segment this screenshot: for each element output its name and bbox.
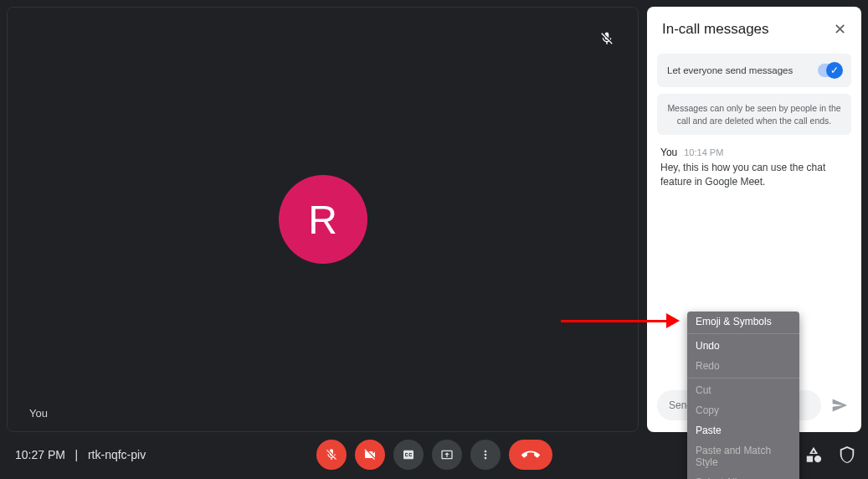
context-menu-item[interactable]: Emoji & Symbols xyxy=(687,312,799,332)
chat-send-toggle-row: Let everyone send messages ✓ xyxy=(657,54,851,87)
chat-toggle-switch[interactable]: ✓ xyxy=(818,64,841,77)
participant-avatar: R xyxy=(279,175,367,264)
main-video-area: R You xyxy=(7,7,639,432)
camera-button[interactable] xyxy=(355,440,385,470)
check-icon: ✓ xyxy=(826,62,843,79)
right-action-icons xyxy=(804,446,856,464)
context-menu-separator xyxy=(687,378,799,379)
captions-button[interactable] xyxy=(393,440,424,470)
context-menu-item: Cut xyxy=(687,380,799,400)
context-menu-item: Select All xyxy=(687,472,799,479)
chat-message-header: You 10:14 PM xyxy=(660,147,848,158)
more-options-button[interactable] xyxy=(470,440,501,470)
chat-toggle-label: Let everyone send messages xyxy=(667,65,793,75)
call-controls xyxy=(316,440,552,470)
context-menu-item[interactable]: Undo xyxy=(687,336,799,356)
chat-time: 10:14 PM xyxy=(684,147,723,157)
clock-time: 10:27 PM xyxy=(15,448,65,461)
context-menu-item: Copy xyxy=(687,400,799,420)
context-menu-separator xyxy=(687,333,799,334)
chat-sender: You xyxy=(660,147,677,158)
end-call-button[interactable] xyxy=(509,440,552,470)
chat-notice: Messages can only be seen by people in t… xyxy=(657,94,851,135)
context-menu-item: Redo xyxy=(687,356,799,376)
participant-self-label: You xyxy=(29,407,48,420)
annotation-arrow xyxy=(561,313,670,316)
chat-header: In-call messages ✕ xyxy=(647,7,861,50)
present-button[interactable] xyxy=(432,440,462,470)
context-menu-item[interactable]: Paste xyxy=(687,420,799,440)
send-icon[interactable] xyxy=(828,394,851,417)
meeting-info: 10:27 PM | rtk-nqfc-piv xyxy=(15,448,146,461)
host-controls-icon[interactable] xyxy=(838,446,856,464)
meeting-code: rtk-nqfc-piv xyxy=(88,448,146,461)
mic-muted-icon xyxy=(599,31,614,46)
close-icon[interactable]: ✕ xyxy=(834,20,846,39)
arrow-head-icon xyxy=(666,313,680,328)
chat-body: Hey, this is how you can use the chat fe… xyxy=(660,161,848,189)
avatar-letter: R xyxy=(308,197,337,243)
chat-message: You 10:14 PM Hey, this is how you can us… xyxy=(660,147,848,189)
context-menu-item: Paste and Match Style xyxy=(687,440,799,472)
activities-icon[interactable] xyxy=(804,446,823,464)
context-menu: Emoji & SymbolsUndoRedoCutCopyPastePaste… xyxy=(687,312,799,479)
chat-title: In-call messages xyxy=(662,21,769,38)
separator: | xyxy=(69,448,85,461)
mic-button[interactable] xyxy=(316,440,347,470)
arrow-line xyxy=(561,320,670,322)
